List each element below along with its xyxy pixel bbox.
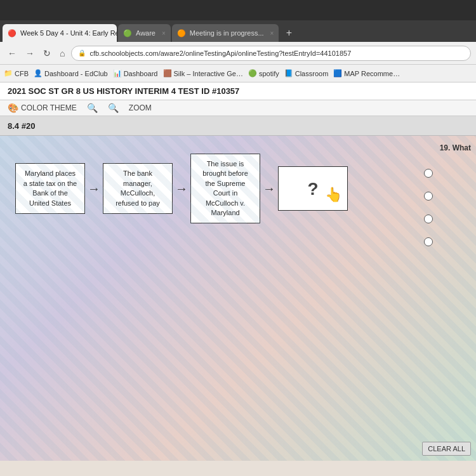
- bookmark-map[interactable]: 🟦 MAP Recomme…: [333, 69, 400, 77]
- radio-1[interactable]: [424, 169, 433, 178]
- question-number: 8.4 #20: [8, 121, 35, 131]
- bookmark-spotify[interactable]: 🟢 spotify: [248, 69, 279, 77]
- tab-bar: 🔴 Week 5 Day 4 - Unit 4: Early Rep… × 🟢 …: [0, 20, 476, 42]
- tab-label-meeting: Meeting is in progress...: [190, 29, 264, 37]
- tab-label-aware: Aware: [136, 29, 155, 37]
- bookmark-icon-edclub: 👤: [34, 69, 43, 77]
- flow-box-2: The bank manager, McCulloch, refused to …: [103, 163, 173, 214]
- url-input[interactable]: 🔒 cfb.schoolobjects.com/aware2/onlineTes…: [71, 46, 471, 61]
- tab-meeting[interactable]: 🟠 Meeting is in progress... ×: [172, 24, 279, 42]
- radio-2[interactable]: [424, 192, 433, 201]
- flow-box-3: The issue is brought before the Supreme …: [190, 154, 260, 223]
- bookmark-edclub[interactable]: 👤 Dashboard - EdClub: [34, 69, 108, 77]
- answer-options-panel: [419, 161, 476, 254]
- left-panel: Maryland places a state tax on the Bank …: [0, 136, 476, 461]
- bookmark-icon-silk: 🟫: [163, 69, 172, 77]
- question-mark: ?: [307, 176, 318, 201]
- tab-close-meeting[interactable]: ×: [270, 30, 274, 37]
- tab-label-week5: Week 5 Day 4 - Unit 4: Early Rep…: [20, 29, 117, 37]
- tab-icon-meeting: 🟠: [177, 29, 186, 37]
- answer-option-2[interactable]: [424, 192, 433, 201]
- main-content: 2021 SOC ST GR 8 US HISTORY INTERIM 4 TE…: [0, 83, 476, 476]
- tab-icon-aware: 🟢: [123, 29, 132, 37]
- question-area: 8.4 #20: [0, 116, 476, 136]
- palette-icon: 🎨: [8, 103, 18, 113]
- zoom-label: ZOOM: [129, 103, 152, 112]
- bookmark-icon-cfb: 📁: [4, 69, 13, 77]
- flow-box-1: Maryland places a state tax on the Bank …: [15, 163, 85, 214]
- bookmark-cfb[interactable]: 📁 CFB: [4, 69, 29, 77]
- new-tab-button[interactable]: +: [280, 24, 298, 42]
- url-text: cfb.schoolobjects.com/aware2/onlineTesti…: [89, 50, 351, 57]
- refresh-button[interactable]: ↻: [41, 47, 53, 60]
- answer-option-4[interactable]: [424, 237, 433, 246]
- answer-option-3[interactable]: [424, 215, 433, 223]
- tab-icon-week5: 🔴: [8, 29, 17, 37]
- back-button[interactable]: ←: [5, 47, 19, 60]
- color-theme-label: COLOR THEME: [21, 103, 77, 112]
- answer-option-1[interactable]: [424, 169, 433, 178]
- radio-3[interactable]: [424, 215, 433, 223]
- tab-aware[interactable]: 🟢 Aware ×: [118, 24, 171, 42]
- zoom-in-icon: 🔍: [108, 103, 119, 113]
- bookmark-silk[interactable]: 🟫 Silk – Interactive Ge…: [163, 69, 243, 77]
- arrow-3: →: [263, 182, 275, 195]
- bookmark-dashboard[interactable]: 📊 Dashboard: [113, 69, 158, 77]
- flow-box-4[interactable]: ? 👆: [278, 166, 348, 211]
- question-label: 19. What: [440, 143, 471, 152]
- bookmark-icon-spotify: 🟢: [248, 69, 257, 77]
- title-bar: [0, 0, 476, 20]
- cursor-hand-icon: 👆: [325, 185, 342, 205]
- zoom-out-button[interactable]: 🔍: [87, 103, 98, 113]
- arrow-1: →: [88, 182, 100, 195]
- bookmark-icon-dashboard: 📊: [113, 69, 122, 77]
- tab-week5[interactable]: 🔴 Week 5 Day 4 - Unit 4: Early Rep… ×: [3, 24, 117, 42]
- test-title: 2021 SOC ST GR 8 US HISTORY INTERIM 4 TE…: [8, 86, 239, 96]
- radio-4[interactable]: [424, 237, 433, 246]
- content-panel: Maryland places a state tax on the Bank …: [0, 136, 476, 461]
- zoom-out-icon: 🔍: [87, 103, 98, 113]
- clear-all-button[interactable]: CLEAR ALL: [422, 442, 471, 456]
- toolbar: 🎨 COLOR THEME 🔍 🔍 ZOOM: [0, 100, 476, 116]
- zoom-in-button[interactable]: 🔍: [108, 103, 119, 113]
- tab-close-aware[interactable]: ×: [162, 30, 166, 37]
- flow-diagram: Maryland places a state tax on the Bank …: [15, 154, 466, 223]
- arrow-2: →: [175, 182, 188, 195]
- test-header: 2021 SOC ST GR 8 US HISTORY INTERIM 4 TE…: [0, 83, 476, 100]
- bookmark-icon-map: 🟦: [333, 69, 342, 77]
- forward-button[interactable]: →: [23, 47, 37, 60]
- address-bar: ← → ↻ ⌂ 🔒 cfb.schoolobjects.com/aware2/o…: [0, 42, 476, 65]
- home-button[interactable]: ⌂: [57, 47, 67, 60]
- bookmark-classroom[interactable]: 📘 Classroom: [284, 69, 329, 77]
- bookmarks-bar: 📁 CFB 👤 Dashboard - EdClub 📊 Dashboard 🟫…: [0, 65, 476, 83]
- color-theme-button[interactable]: 🎨 COLOR THEME: [8, 103, 77, 113]
- lock-icon: 🔒: [78, 50, 86, 56]
- bookmark-icon-classroom: 📘: [284, 69, 293, 77]
